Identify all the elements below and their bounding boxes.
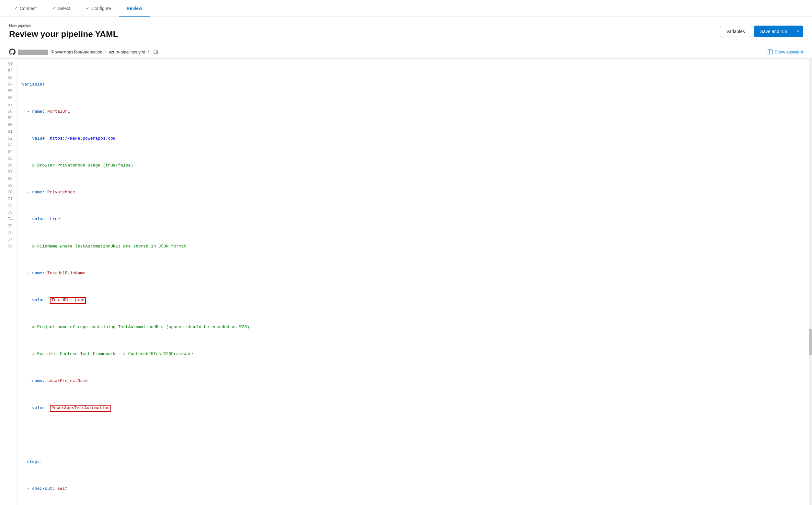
assistant-icon	[768, 49, 773, 54]
tab-bar: ✓ Connect ✓ Select ✓ Configure Review	[0, 0, 812, 17]
show-assistant-label: Show assistant	[775, 49, 803, 54]
repo-name: ██████████	[18, 49, 48, 54]
tab-connect[interactable]: ✓ Connect	[6, 0, 44, 16]
path-separator: /	[105, 49, 106, 54]
code-line-65: steps:	[22, 459, 807, 466]
page-subtitle: New pipeline	[9, 23, 118, 28]
show-assistant-button[interactable]: Show assistant	[768, 49, 803, 54]
code-content: variables: - name: PortalUrl value: http…	[17, 61, 812, 505]
svg-rect-1	[154, 50, 157, 53]
portal-url-link[interactable]: https://make.powerapps.com	[50, 136, 116, 141]
check-icon-connect: ✓	[14, 6, 18, 11]
copy-icon[interactable]	[153, 49, 158, 54]
scrollbar-track[interactable]	[809, 59, 812, 505]
code-line-62: - name: LocalProjectName	[22, 378, 807, 384]
editor-container: 5152535455 5657585960 6162636465 6667686…	[0, 59, 812, 505]
code-line-54: # Browser PrivateMode usage (true/false)	[22, 162, 807, 169]
page-header-left: New pipeline Review your pipeline YAML	[9, 23, 118, 39]
filename[interactable]: azure-pipelines.yml	[109, 49, 145, 54]
repo-path: /PowerAppsTestAutomation	[50, 49, 103, 54]
github-icon	[9, 48, 16, 55]
tab-configure[interactable]: ✓ Configure	[78, 0, 119, 16]
code-line-66: - checkout: self	[22, 486, 807, 492]
code-editor[interactable]: 5152535455 5657585960 6162636465 6667686…	[0, 59, 812, 505]
file-path: ██████████ /PowerAppsTestAutomation / az…	[9, 48, 158, 55]
code-line-52: - name: PortalUrl	[22, 109, 807, 115]
code-line-53: value: https://make.powerapps.com	[22, 135, 807, 142]
page-header: New pipeline Review your pipeline YAML V…	[0, 17, 812, 45]
check-icon-configure: ✓	[86, 6, 89, 11]
variables-button[interactable]: Variables	[720, 26, 751, 37]
page-header-right: Variables Save and run ▾	[720, 26, 803, 37]
line-numbers: 5152535455 5657585960 6162636465 6667686…	[0, 61, 17, 505]
code-line-63: value: PowerAppsTestAutomation	[22, 405, 807, 412]
code-line-64	[22, 432, 807, 439]
tab-review[interactable]: Review	[119, 0, 150, 16]
page-title: Review your pipeline YAML	[9, 29, 118, 39]
code-line-55: - name: PrivateMode	[22, 189, 807, 196]
highlighted-value-59: TestURLs.json	[50, 297, 86, 304]
highlighted-value-63: PowerAppsTestAutomation	[50, 405, 111, 412]
code-line-56: value: true	[22, 216, 807, 223]
scrollbar-thumb[interactable]	[809, 329, 812, 355]
code-line-58: - name: TestUrlFileName	[22, 270, 807, 277]
code-line-61: # Example: Contoso Test Framework --> Co…	[22, 351, 807, 358]
save-and-run-button[interactable]: Save and run ▾	[754, 26, 803, 37]
code-line-59: value: TestURLs.json	[22, 297, 807, 304]
code-line-60: # Project name of repo containing TestAu…	[22, 324, 807, 331]
file-bar: ██████████ /PowerAppsTestAutomation / az…	[0, 45, 812, 59]
check-icon-select: ✓	[52, 6, 56, 11]
code-line-57: # FileName where TestAutomationURLs are …	[22, 243, 807, 250]
chevron-down-icon[interactable]: ▾	[793, 26, 803, 36]
code-line-51: variables:	[22, 81, 807, 88]
svg-rect-2	[768, 49, 773, 54]
dirty-marker: *	[147, 49, 149, 54]
tab-select[interactable]: ✓ Select	[44, 0, 78, 16]
